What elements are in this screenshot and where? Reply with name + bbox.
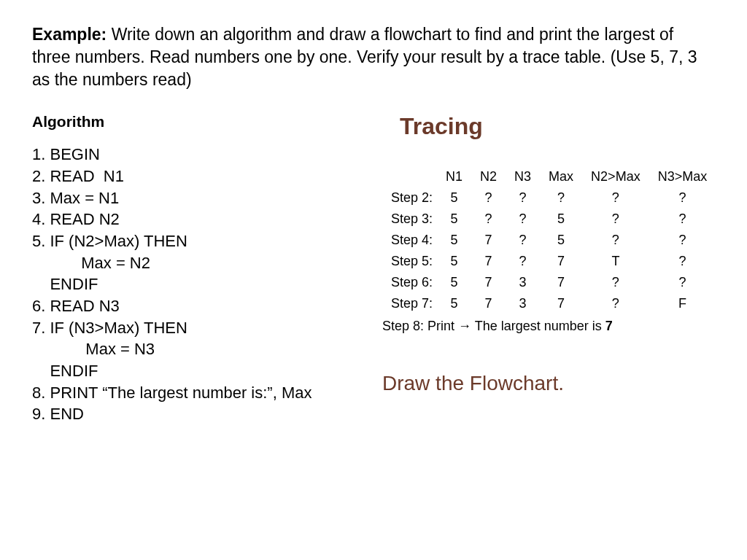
trace-cell: F (649, 293, 716, 314)
trace-step-label: Step 6: (382, 272, 437, 293)
table-row: Step 7:5737?F (382, 293, 716, 314)
trace-step-label: Step 7: (382, 293, 437, 314)
trace-cell: 5 (437, 293, 471, 314)
algorithm-body: 1. BEGIN 2. READ N1 3. Max = N1 4. READ … (32, 144, 346, 425)
trace-cell: 5 (540, 209, 582, 230)
trace-step-label: Step 5: (382, 251, 437, 272)
trace-cell: 7 (471, 251, 506, 272)
trace-cell: 5 (540, 230, 582, 251)
example-label: Example: (32, 25, 107, 44)
trace-header-blank (382, 166, 437, 187)
trace-cell: ? (506, 187, 540, 209)
example-text: Write down an algorithm and draw a flowc… (32, 25, 697, 89)
trace-cell: ? (506, 209, 540, 230)
table-row: Step 6:5737?? (382, 272, 716, 293)
trace-cell: ? (649, 209, 716, 230)
step8-mid: The largest number is (471, 319, 605, 333)
trace-cell: ? (540, 187, 582, 209)
trace-step-label: Step 2: (382, 187, 437, 209)
trace-cell: ? (649, 251, 716, 272)
trace-cell: 7 (471, 293, 506, 314)
trace-table: N1N2N3MaxN2>MaxN3>Max Step 2:5?????Step … (382, 166, 716, 314)
trace-cell: 7 (540, 293, 582, 314)
trace-header: N3 (506, 166, 540, 187)
trace-cell: 7 (471, 230, 506, 251)
trace-cell: 5 (437, 209, 471, 230)
table-row: Step 2:5????? (382, 187, 716, 209)
trace-header: N3>Max (649, 166, 716, 187)
trace-step-label: Step 4: (382, 230, 437, 251)
trace-cell: ? (582, 272, 649, 293)
tracing-heading: Tracing (400, 113, 716, 140)
algorithm-column: Algorithm 1. BEGIN 2. READ N1 3. Max = N… (32, 113, 346, 425)
trace-cell: 5 (437, 187, 471, 209)
trace-header: N1 (437, 166, 471, 187)
trace-cell: 3 (506, 293, 540, 314)
algorithm-heading: Algorithm (32, 113, 346, 131)
trace-cell: 5 (437, 230, 471, 251)
trace-cell: ? (506, 230, 540, 251)
arrow-icon: → (458, 319, 471, 333)
trace-header: N2 (471, 166, 506, 187)
trace-cell: 5 (437, 272, 471, 293)
example-prompt: Example: Write down an algorithm and dra… (32, 23, 715, 91)
trace-cell: ? (471, 187, 506, 209)
trace-step-label: Step 3: (382, 209, 437, 230)
step8-prefix: Print (424, 319, 458, 333)
step8-result: 7 (605, 319, 613, 333)
trace-cell: ? (582, 209, 649, 230)
tracing-column: Tracing N1N2N3MaxN2>MaxN3>Max Step 2:5??… (375, 113, 716, 425)
trace-cell: 7 (540, 272, 582, 293)
trace-cell: ? (506, 251, 540, 272)
table-row: Step 3:5??5?? (382, 209, 716, 230)
trace-cell: ? (582, 230, 649, 251)
trace-cell: ? (471, 209, 506, 230)
trace-cell: ? (649, 272, 716, 293)
trace-cell: T (582, 251, 649, 272)
trace-cell: 7 (540, 251, 582, 272)
step8-label: Step 8: (382, 319, 424, 333)
trace-cell: ? (582, 187, 649, 209)
trace-header: Max (540, 166, 582, 187)
trace-cell: 5 (437, 251, 471, 272)
trace-step8: Step 8: Print → The largest number is 7 (382, 319, 716, 334)
table-row: Step 5:57?7T? (382, 251, 716, 272)
trace-cell: 3 (506, 272, 540, 293)
trace-header: N2>Max (582, 166, 649, 187)
trace-cell: ? (649, 230, 716, 251)
trace-cell: 7 (471, 272, 506, 293)
draw-flowchart-text: Draw the Flowchart. (382, 372, 716, 395)
content-columns: Algorithm 1. BEGIN 2. READ N1 3. Max = N… (32, 113, 715, 425)
trace-cell: ? (649, 187, 716, 209)
trace-cell: ? (582, 293, 649, 314)
table-row: Step 4:57?5?? (382, 230, 716, 251)
